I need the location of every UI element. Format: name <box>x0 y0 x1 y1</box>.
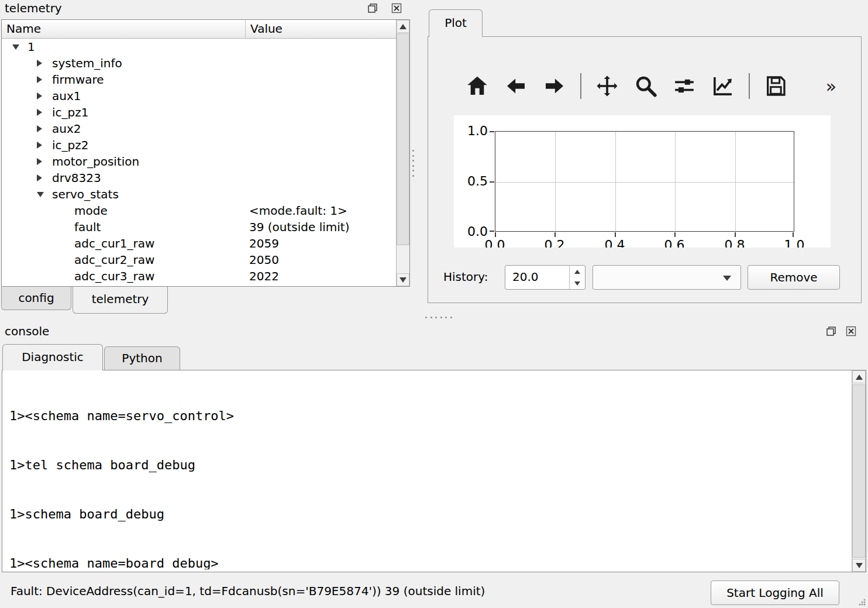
collapse-arrow-icon[interactable] <box>37 92 42 99</box>
tab-telemetry[interactable]: telemetry <box>73 287 168 314</box>
tree-item-label: adc_cur2_raw <box>74 252 154 268</box>
gridline <box>675 132 676 231</box>
spin-down-button[interactable] <box>570 277 585 289</box>
magnifier-icon <box>634 74 657 98</box>
telemetry-float-button[interactable] <box>367 2 378 14</box>
forward-arrow-icon <box>543 74 566 98</box>
telemetry-scrollbar[interactable] <box>396 20 409 286</box>
tree-row[interactable]: ic_pz2 <box>2 137 396 153</box>
collapse-arrow-icon[interactable] <box>37 125 42 132</box>
y-tick-label: 0.5 <box>461 174 488 188</box>
home-button[interactable] <box>464 71 490 101</box>
console-line: 1>tel schema board_debug <box>9 457 847 473</box>
tree-row[interactable]: mode<mode.fault: 1> <box>2 202 396 219</box>
scroll-up-button[interactable] <box>852 370 866 383</box>
scrollbar-thumb[interactable] <box>852 384 866 558</box>
tree-header: Name Value <box>2 20 396 39</box>
history-label: History: <box>443 270 488 284</box>
console-float-button[interactable] <box>825 325 837 337</box>
close-icon <box>845 325 857 337</box>
scroll-down-button[interactable] <box>852 559 866 572</box>
collapse-arrow-icon[interactable] <box>37 142 42 149</box>
tree-row[interactable]: ic_pz1 <box>2 104 396 121</box>
tree-item-value: 39 (outside limit) <box>249 219 350 235</box>
console-close-button[interactable] <box>845 325 857 337</box>
tree-row[interactable]: servo_stats <box>2 186 396 202</box>
console-line: 1><schema name=board_debug> <box>9 555 847 569</box>
y-tick <box>490 231 494 232</box>
save-button[interactable] <box>763 71 788 101</box>
remove-button[interactable]: Remove <box>748 265 840 290</box>
expand-arrow-icon[interactable] <box>12 44 19 50</box>
tab-python[interactable]: Python <box>104 346 180 370</box>
collapse-arrow-icon[interactable] <box>37 60 42 67</box>
x-tick <box>674 232 676 237</box>
tree-item-label: fault <box>74 219 101 235</box>
size-grip-icon[interactable] <box>856 596 867 607</box>
tree-item-label: adc_cur3_raw <box>74 268 154 284</box>
tree-item-label: adc_cur1_raw <box>74 235 154 252</box>
tree-row[interactable]: system_info <box>2 55 396 71</box>
pan-button[interactable] <box>594 71 620 101</box>
collapse-arrow-icon[interactable] <box>37 174 42 181</box>
console-scrollbar[interactable] <box>852 370 866 572</box>
plot-figure[interactable]: 1.0 0.5 0.0 0.0 0.2 0.4 0.6 0.8 1.0 <box>454 115 831 248</box>
gridline <box>555 132 556 231</box>
tree-item-label: system_info <box>52 55 122 71</box>
tree-row[interactable]: 1 <box>2 39 396 55</box>
signal-combobox[interactable] <box>593 265 741 290</box>
tree-row[interactable]: motor_position <box>2 153 396 170</box>
tab-diagnostic[interactable]: Diagnostic <box>2 344 103 370</box>
tab-config[interactable]: config <box>1 287 71 310</box>
tree-row[interactable]: fault39 (outside limit) <box>2 219 396 235</box>
toolbar-overflow-button[interactable]: » <box>826 76 852 97</box>
tree-row[interactable]: drv8323 <box>2 170 396 186</box>
tree-item-label: 1 <box>27 39 35 55</box>
x-tick-label: 0.2 <box>536 238 573 248</box>
subplots-button[interactable] <box>671 71 697 101</box>
collapse-arrow-icon[interactable] <box>37 109 42 116</box>
console-line: 1>schema board_debug <box>9 506 847 523</box>
console-text: 1><schema name=servo_control> 1>tel sche… <box>9 375 847 569</box>
tree-row[interactable]: firmware <box>2 71 396 88</box>
sliders-icon <box>673 74 696 98</box>
tree-item-value: 2022 <box>249 268 279 284</box>
plot-toolbar: » <box>464 70 852 102</box>
console-output[interactable]: 1><schema name=servo_control> 1>tel sche… <box>2 370 866 572</box>
tree-row[interactable]: adc_cur1_raw2059 <box>2 235 396 252</box>
tree-row[interactable]: aux1 <box>2 88 396 104</box>
telemetry-close-button[interactable] <box>391 2 402 14</box>
horizontal-splitter-handle[interactable] <box>425 317 452 319</box>
tree-row[interactable]: adc_cur3_raw2022 <box>2 268 396 284</box>
home-icon <box>466 74 489 98</box>
zoom-button[interactable] <box>633 71 659 101</box>
collapse-arrow-icon[interactable] <box>37 158 42 165</box>
collapse-arrow-icon[interactable] <box>37 76 42 83</box>
column-header-value[interactable]: Value <box>246 20 396 38</box>
up-arrow-icon <box>574 270 580 274</box>
y-tick <box>490 131 494 132</box>
spin-up-button[interactable] <box>570 266 585 277</box>
scroll-down-button[interactable] <box>397 273 409 286</box>
start-logging-button[interactable]: Start Logging All <box>711 580 839 605</box>
tree-item-label: ic_pz2 <box>52 137 88 153</box>
customize-button[interactable] <box>710 71 736 101</box>
expand-arrow-icon[interactable] <box>37 192 44 197</box>
forward-button[interactable] <box>542 71 567 101</box>
back-button[interactable] <box>503 71 529 101</box>
tree-row[interactable]: adc_cur2_raw2050 <box>2 252 396 268</box>
save-floppy-icon <box>764 74 787 98</box>
x-tick <box>615 232 616 237</box>
gridline <box>615 132 616 231</box>
dropdown-arrow-icon <box>723 276 731 281</box>
tree-row[interactable]: aux2 <box>2 121 396 137</box>
column-header-name[interactable]: Name <box>2 20 246 38</box>
x-tick-label: 0.4 <box>596 238 633 248</box>
history-spinbox[interactable]: 20.0 <box>505 265 585 290</box>
scrollbar-thumb[interactable] <box>397 33 409 245</box>
tab-plot[interactable]: Plot <box>429 9 483 37</box>
vertical-splitter-handle[interactable] <box>412 150 415 177</box>
history-value[interactable]: 20.0 <box>512 270 539 284</box>
x-tick <box>793 232 794 237</box>
scroll-up-button[interactable] <box>397 20 409 33</box>
